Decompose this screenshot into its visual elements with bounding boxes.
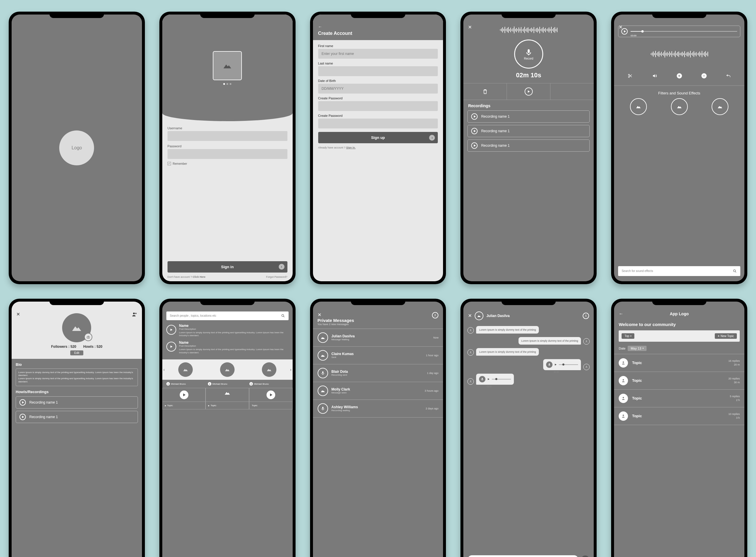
contact-name: Ashley Williams [332, 405, 422, 409]
edit-button[interactable]: Edit [70, 350, 83, 355]
forgot-password-link[interactable]: Forgot Password? [266, 275, 287, 278]
splash-screen: Logo [11, 14, 142, 281]
voice-message[interactable]: ▶03:00 [543, 359, 581, 370]
topic-row[interactable]: Topic16 replies20 m [614, 354, 745, 372]
user-chip[interactable]: Michael Bruno [249, 382, 289, 386]
followers-stat: Followers : 520 [51, 345, 76, 349]
close-button[interactable]: ✕ [16, 312, 20, 317]
play-button[interactable] [20, 399, 26, 406]
add-user-button[interactable] [131, 312, 137, 317]
back-button[interactable]: ← [619, 311, 623, 316]
play-button[interactable] [471, 142, 478, 149]
user-chip[interactable]: Michael Bruno [208, 382, 247, 386]
cut-button[interactable] [627, 73, 633, 79]
feed-item[interactable]: NamePost DescriptionLorem Ipsum is simpl… [162, 324, 293, 341]
remember-checkbox[interactable]: ✓ [167, 162, 171, 165]
signup-button[interactable]: Sign up› [318, 132, 438, 143]
story-item[interactable] [220, 362, 234, 377]
play-button[interactable] [471, 128, 478, 134]
recording-item[interactable]: Recording name 1 [16, 411, 138, 423]
contact-name: Blair Dota [332, 370, 423, 374]
close-button[interactable]: ✕ [468, 24, 472, 30]
signin-link[interactable]: Sign in. [346, 146, 356, 149]
signup-link[interactable]: Click Here [193, 275, 206, 278]
search-input[interactable]: Search people , topics, locations etc [166, 312, 289, 320]
topic-row[interactable]: Topic5 replies2 h [614, 390, 745, 407]
filter-preset[interactable] [630, 98, 647, 115]
volume-button[interactable] [652, 73, 657, 79]
change-photo-button[interactable] [84, 333, 92, 341]
message-status: Sent [332, 356, 423, 358]
back-button[interactable]: ← [318, 24, 438, 29]
message-row[interactable]: Molly ClarkMessage seen3 hours ago [313, 382, 443, 400]
topic-row[interactable]: Topic10 replies3 h [614, 407, 745, 425]
message-row[interactable]: Julian DasilvaMessage WaitingNow [313, 329, 443, 347]
password-input[interactable] [318, 101, 438, 111]
story-item[interactable] [262, 362, 276, 377]
account-button[interactable] [432, 312, 438, 318]
feed-card[interactable] [206, 388, 249, 402]
topic-row[interactable]: Topic20 replies30 m [614, 372, 745, 390]
player[interactable]: 03:00 [618, 26, 740, 37]
recording-item[interactable]: Recording name 1 [467, 125, 590, 137]
username-input[interactable] [167, 131, 287, 141]
close-button[interactable]: ✕ [318, 312, 321, 318]
signin-button[interactable]: Sign in › [167, 261, 287, 272]
new-topic-button[interactable]: +New Topic [715, 333, 737, 339]
story-carousel[interactable]: ‹ › [162, 359, 293, 380]
filter-preset[interactable] [671, 98, 688, 115]
play-button[interactable] [166, 342, 176, 352]
undo-button[interactable] [726, 73, 731, 79]
filter-preset[interactable] [712, 98, 728, 115]
recording-item[interactable]: Recording name 1 [467, 140, 590, 152]
lastname-input[interactable] [318, 66, 438, 76]
page-title: Private Messages [318, 318, 439, 323]
add-button[interactable]: + [677, 73, 682, 79]
recording-item[interactable]: Recording name 1 [16, 396, 138, 409]
date-dropdown[interactable]: May 13▾ [628, 346, 646, 351]
account-button[interactable] [583, 313, 589, 319]
firstname-input[interactable] [318, 49, 438, 59]
story-item[interactable] [178, 362, 193, 377]
placeholder: Search for sound effects [622, 269, 653, 272]
person-icon [167, 383, 169, 385]
password-input[interactable] [167, 149, 287, 159]
carousel-image[interactable] [213, 51, 242, 80]
message-row[interactable]: Blair DotaRecording sent1 day ago [313, 364, 443, 382]
trash-icon [482, 88, 488, 95]
compose-input[interactable]: Type something [467, 555, 578, 557]
progress-track[interactable] [631, 31, 737, 32]
search-effects-input[interactable]: Search for sound effects [618, 266, 740, 276]
play-button[interactable] [507, 83, 550, 100]
remove-button[interactable]: − [701, 73, 707, 79]
voice-message[interactable]: ▶03:00 [476, 374, 514, 385]
image-icon [717, 105, 723, 109]
user-chip[interactable]: Michael Bruno [166, 382, 206, 386]
carousel-dots[interactable] [223, 83, 231, 85]
confirm-password-input[interactable] [318, 119, 438, 128]
reply-count: 5 replies [730, 394, 740, 398]
feed-card[interactable] [162, 388, 206, 402]
chevron-left-icon[interactable]: ‹ [163, 367, 165, 372]
message-row[interactable]: Claire KumasSent1 hour ago [313, 347, 443, 364]
recording-item[interactable]: Recording name 1 [467, 110, 590, 123]
play-button[interactable] [471, 113, 478, 120]
close-button[interactable]: ✕ [468, 313, 472, 318]
close-button[interactable]: ✕ [619, 24, 623, 30]
avatar[interactable] [62, 313, 91, 342]
delete-button[interactable] [463, 83, 507, 100]
feed-item[interactable]: NamePost DescriptionLorem Ipsum is simpl… [162, 341, 293, 358]
message-row[interactable]: Ashley WilliamsRecording waiting2 days a… [313, 400, 443, 417]
dob-input[interactable] [318, 84, 438, 93]
play-button[interactable] [20, 414, 26, 420]
feed-card[interactable] [249, 388, 293, 402]
feed-body: Lorem Ipsum is simply dummy text of the … [179, 331, 289, 338]
play-button[interactable] [166, 325, 176, 335]
feed-title: Name [179, 324, 289, 328]
record-voice-button[interactable] [581, 556, 590, 557]
record-button[interactable]: Record [514, 39, 543, 68]
sort-dropdown[interactable]: Top▾ [622, 333, 634, 339]
chevron-right-icon[interactable]: › [290, 367, 291, 372]
signup-hint: Don't have account ? Click Here [167, 275, 206, 278]
avatar[interactable] [475, 312, 483, 320]
